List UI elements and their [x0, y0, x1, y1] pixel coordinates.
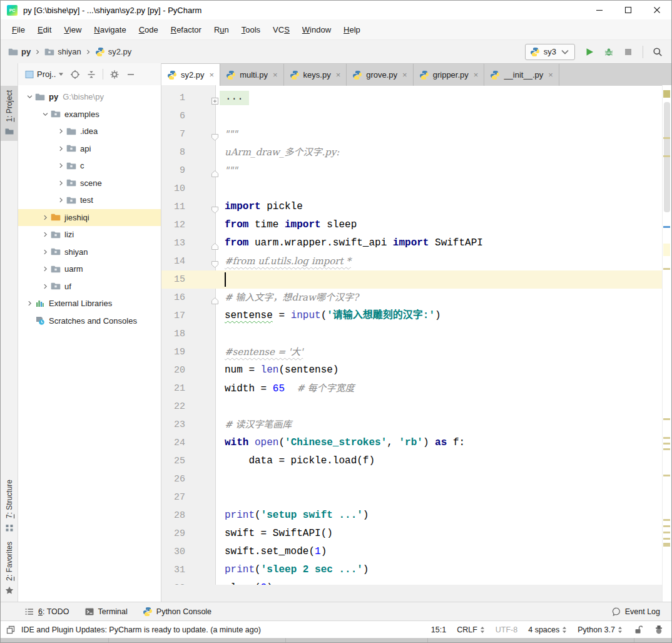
tab-close-icon[interactable]: × — [273, 70, 278, 80]
code-line-9[interactable]: 9""" — [161, 162, 663, 180]
menu-file[interactable]: File — [6, 23, 31, 37]
code-line-18[interactable]: 18 — [161, 325, 663, 343]
square-mark[interactable] — [663, 90, 670, 98]
code-line-30[interactable]: 30swift.set_mode(1) — [161, 543, 663, 561]
tab-__init__-py[interactable]: __init__.py× — [484, 64, 559, 86]
code-line-20[interactable]: 20num = len(sentense) — [161, 361, 663, 379]
status-item-4-spaces[interactable]: 4 spaces — [528, 625, 567, 634]
warn-mark[interactable] — [663, 268, 670, 270]
status-item-crlf[interactable]: CRLF — [457, 625, 485, 634]
code-line-14[interactable]: 14#from uf.utils.log import * — [161, 252, 663, 270]
tree-row-api[interactable]: api — [18, 140, 161, 158]
breadcrumb-item-sy2.py[interactable]: sy2.py — [95, 47, 132, 57]
debug-button[interactable] — [604, 47, 614, 57]
maximize-button[interactable] — [614, 1, 643, 19]
menu-window[interactable]: Window — [296, 23, 337, 37]
tab-keys-py[interactable]: keys.py× — [284, 64, 347, 86]
collapse-all-button[interactable] — [86, 69, 96, 80]
stripe-button-7-structure[interactable]: 7: Structure — [1, 475, 18, 537]
toolwindow-button-6-todo[interactable]: 6: TODO — [24, 607, 69, 617]
code-line-31[interactable]: 31print('sleep 2 sec ...') — [161, 561, 663, 579]
warn-mark[interactable] — [663, 443, 670, 445]
warn-mark[interactable] — [663, 448, 670, 450]
warn-mark[interactable] — [663, 519, 670, 521]
tree-row-scratches-and-consoles[interactable]: Scratches and Consoles — [18, 312, 161, 330]
code-line-26[interactable]: 26 — [161, 470, 663, 488]
code-line-21[interactable]: 21width = 65 # 每个字宽度 — [161, 379, 663, 398]
unlock-icon[interactable] — [633, 625, 643, 635]
tree-chevron[interactable] — [40, 265, 51, 272]
tree-chevron[interactable] — [40, 231, 51, 238]
toolwindow-button-python-console[interactable]: Python Console — [143, 607, 211, 617]
code-line-6[interactable]: 6 — [161, 107, 663, 125]
tree-row-examples[interactable]: examples — [18, 106, 161, 123]
code-viewport[interactable]: 1...67"""8uArm_draw_多个汉字.py:9"""1011impo… — [161, 85, 663, 602]
tab-close-icon[interactable]: × — [474, 70, 479, 80]
tab-grove-py[interactable]: grove.py× — [347, 64, 413, 86]
tree-row--idea[interactable]: .idea — [18, 123, 161, 140]
toolwindow-button-event-log[interactable]: Event Log — [611, 607, 660, 617]
toolwindow-toggle-icon[interactable] — [6, 625, 16, 635]
tab-gripper-py[interactable]: gripper.py× — [414, 64, 485, 86]
menu-view[interactable]: View — [58, 23, 88, 37]
stripe-button-1-project[interactable]: 1: Project — [1, 86, 18, 141]
hector-inspections-icon[interactable] — [654, 625, 664, 635]
code-line-1[interactable]: 1... — [161, 89, 663, 107]
code-line-16[interactable]: 16# 输入文字，想draw哪个汉字? — [161, 289, 663, 307]
menu-navigate[interactable]: Navigate — [88, 23, 132, 37]
stop-button[interactable] — [623, 47, 633, 57]
warn-mark[interactable] — [663, 155, 670, 157]
scrollbar-thumb[interactable] — [664, 102, 670, 212]
toolwindow-button-terminal[interactable]: Terminal — [84, 607, 128, 617]
code-line-12[interactable]: 12from time import sleep — [161, 216, 663, 234]
project-view-selector[interactable]: Proj.. — [24, 69, 64, 80]
warn-mark[interactable] — [663, 532, 670, 533]
folded-region-chip[interactable]: ... — [220, 91, 249, 105]
tree-chevron[interactable] — [40, 283, 51, 290]
minimize-button[interactable] — [585, 1, 614, 19]
code-line-15[interactable]: 15 — [161, 270, 663, 289]
code-line-10[interactable]: 10 — [161, 180, 663, 198]
code-line-8[interactable]: 8uArm_draw_多个汉字.py: — [161, 143, 663, 162]
code-line-24[interactable]: 24with open('Chinese_strokes', 'rb') as … — [161, 434, 663, 452]
tree-chevron[interactable] — [40, 111, 51, 118]
tree-chevron[interactable] — [56, 162, 66, 169]
tree-row-uf[interactable]: uf — [18, 278, 161, 296]
tree-row-test[interactable]: test — [18, 192, 161, 209]
warn-mark[interactable] — [663, 538, 670, 540]
tab-sy2-py[interactable]: sy2.py× — [161, 64, 220, 86]
menu-code[interactable]: Code — [133, 23, 165, 37]
warn-mark[interactable] — [663, 525, 670, 527]
code-line-25[interactable]: 25 data = pickle.load(f) — [161, 452, 663, 470]
tree-chevron[interactable] — [56, 145, 66, 152]
close-button[interactable] — [643, 1, 671, 19]
tree-chevron[interactable] — [56, 180, 66, 187]
code-line-19[interactable]: 19#sentense = '大' — [161, 343, 663, 361]
stripe-button-2-favorites[interactable]: 2: Favorites — [1, 537, 18, 600]
code-line-28[interactable]: 28print('setup swift ...') — [161, 507, 663, 525]
warn-mark[interactable] — [663, 437, 670, 439]
warn-mark[interactable] — [663, 543, 670, 547]
breadcrumb-item-shiyan[interactable]: shiyan — [44, 47, 81, 57]
menu-refactor[interactable]: Refactor — [165, 23, 208, 37]
status-item-utf-8[interactable]: UTF-8 — [496, 625, 517, 634]
tree-row-jieshiqi[interactable]: jieshiqi — [18, 209, 161, 227]
code-area[interactable]: 1...67"""8uArm_draw_多个汉字.py:9"""1011impo… — [161, 85, 663, 597]
tree-row-uarm[interactable]: uarm — [18, 260, 161, 278]
menu-edit[interactable]: Edit — [31, 23, 58, 37]
tree-row-external-libraries[interactable]: External Libraries — [18, 295, 161, 312]
tree-chevron[interactable] — [56, 197, 66, 203]
tree-row-lizi[interactable]: lizi — [18, 226, 161, 244]
info-mark[interactable] — [663, 226, 670, 228]
menu-tools[interactable]: Tools — [235, 23, 267, 37]
warn-mark[interactable] — [663, 475, 670, 476]
run-button[interactable] — [584, 47, 594, 57]
status-item-15-1[interactable]: 15:1 — [431, 625, 446, 634]
tree-chevron[interactable] — [40, 214, 51, 221]
code-line-27[interactable]: 27 — [161, 488, 663, 507]
settings-gear-button[interactable] — [109, 69, 120, 80]
code-line-13[interactable]: 13from uarm.wrapper.swift_api import Swi… — [161, 234, 663, 252]
tab-close-icon[interactable]: × — [210, 70, 215, 80]
run-config-select[interactable]: sy3 — [525, 44, 575, 60]
hide-panel-button[interactable] — [126, 69, 136, 80]
